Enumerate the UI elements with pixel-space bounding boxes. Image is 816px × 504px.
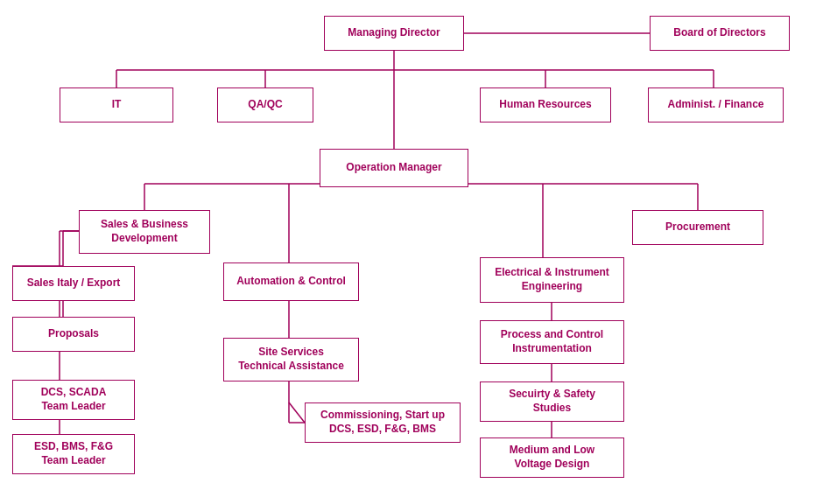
site-services-box: Site Services Technical Assistance [223,338,359,382]
qaqc-box: QA/QC [217,88,313,122]
process-control-box: Process and Control Instrumentation [480,320,624,364]
human-resources-box: Human Resources [480,88,611,122]
security-safety-box: Secuirty & Safety Studies [480,382,624,422]
commissioning-box: Commissioning, Start up DCS, ESD, F&G, B… [305,402,461,443]
esd-bms-box: ESD, BMS, F&G Team Leader [12,434,135,474]
board-of-directors-box: Board of Directors [650,16,790,51]
it-box: IT [60,88,173,122]
sales-business-box: Sales & Business Development [79,210,210,254]
svg-line-26 [289,402,305,423]
org-chart: Managing Director Board of Directors IT … [0,0,816,504]
medium-low-box: Medium and Low Voltage Design [480,438,624,478]
managing-director-box: Managing Director [324,16,464,51]
procurement-box: Procurement [632,210,763,245]
electrical-instrument-box: Electrical & Instrument Engineering [480,257,624,303]
automation-control-box: Automation & Control [223,262,359,301]
proposals-box: Proposals [12,317,135,352]
sales-italy-box: Sales Italy / Export [12,266,135,301]
operation-manager-box: Operation Manager [320,149,468,187]
dcs-scada-box: DCS, SCADA Team Leader [12,380,135,420]
admin-finance-box: Administ. / Finance [648,88,784,122]
